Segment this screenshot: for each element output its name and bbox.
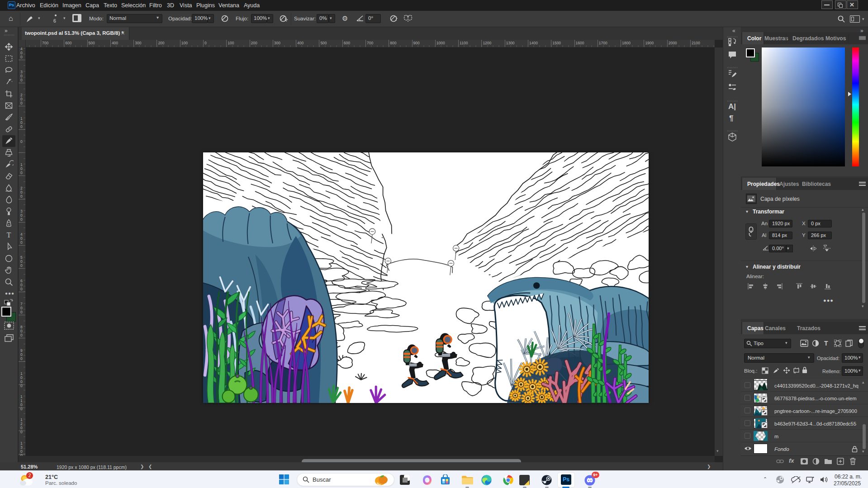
svg-text:T: T [7,231,11,239]
